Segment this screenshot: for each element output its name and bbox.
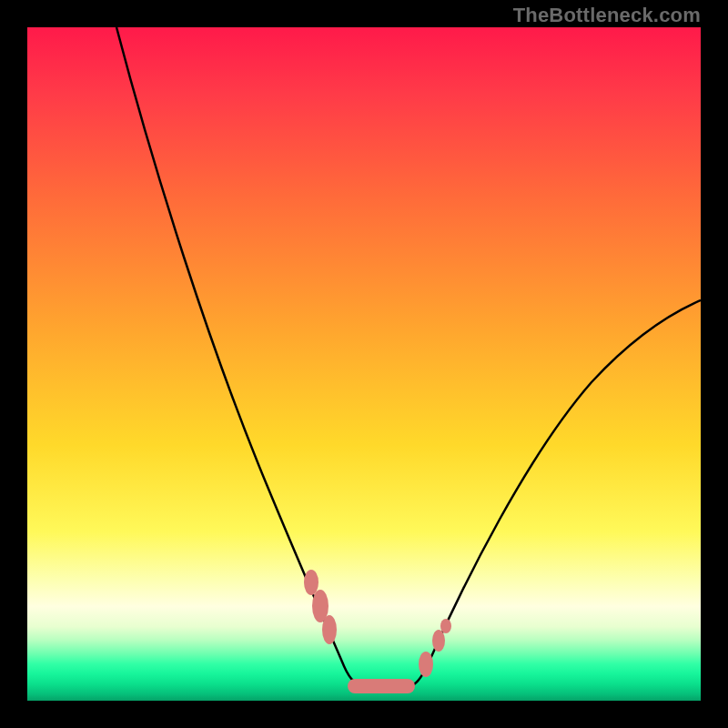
marker-blob: [304, 570, 318, 595]
marker-blob: [419, 652, 433, 677]
marker-pill: [348, 679, 415, 693]
left-curve: [116, 27, 411, 686]
attribution-label: TheBottleneck.com: [513, 4, 701, 27]
marker-blob: [322, 615, 337, 644]
marker-blob: [432, 630, 445, 652]
right-curve: [411, 300, 701, 686]
marker-blob: [440, 619, 451, 633]
chart-frame: [27, 27, 701, 701]
curve-overlay: [27, 27, 701, 701]
